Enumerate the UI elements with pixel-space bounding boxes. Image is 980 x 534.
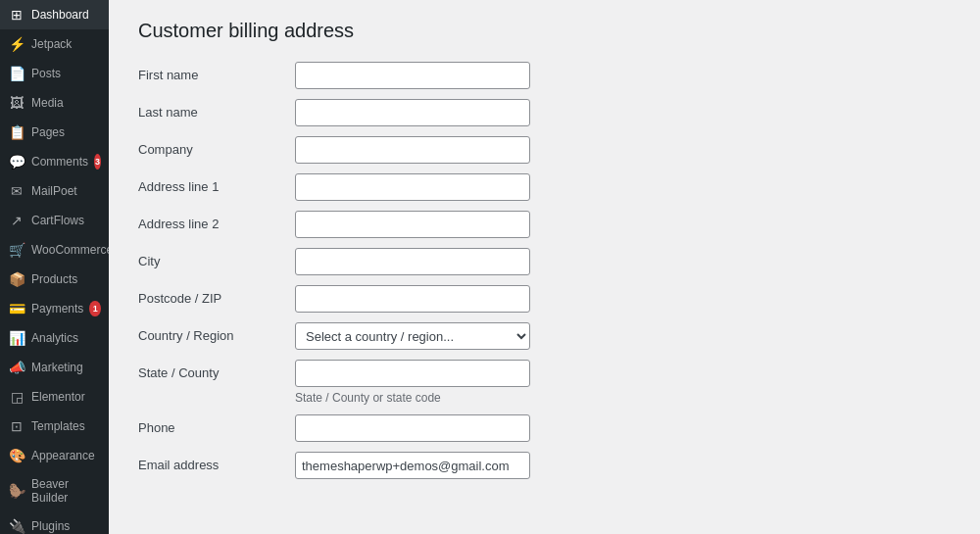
sidebar-item-label: Jetpack: [31, 37, 101, 51]
cartflows-icon: ↗: [8, 213, 25, 228]
form-row-address2: Address line 2: [138, 211, 951, 238]
sidebar-item-appearance[interactable]: 🎨Appearance: [0, 441, 109, 470]
phone-input[interactable]: [295, 414, 530, 442]
sidebar-item-elementor[interactable]: ◲Elementor: [0, 382, 109, 412]
first-name-field-container: [295, 62, 951, 89]
first-name-label: First name: [138, 62, 295, 82]
sidebar-item-label: CartFlows: [31, 214, 101, 227]
templates-icon: ⊡: [8, 418, 25, 434]
city-input[interactable]: [295, 248, 530, 275]
jetpack-icon: ⚡: [8, 36, 25, 52]
sidebar-item-label: WooCommerce: [31, 243, 109, 257]
sidebar-item-label: Dashboard: [31, 8, 101, 22]
sidebar-item-dashboard[interactable]: ⊞Dashboard: [0, 0, 109, 29]
country-label: Country / Region: [138, 322, 295, 343]
email-field-container: [295, 452, 951, 479]
mailpoet-icon: ✉: [8, 183, 25, 199]
sidebar-item-jetpack[interactable]: ⚡Jetpack: [0, 29, 109, 59]
sidebar-item-templates[interactable]: ⊡Templates: [0, 412, 109, 441]
sidebar-item-marketing[interactable]: 📣Marketing: [0, 353, 109, 382]
sidebar-item-label: Analytics: [31, 331, 101, 345]
sidebar-item-label: Media: [31, 96, 101, 110]
email-label: Email address: [138, 452, 295, 472]
sidebar-item-plugins[interactable]: 🔌Plugins: [0, 511, 109, 534]
sidebar-item-cartflows[interactable]: ↗CartFlows: [0, 206, 109, 235]
dashboard-icon: ⊞: [8, 7, 25, 23]
page-title: Customer billing address: [138, 20, 951, 42]
payments-icon: 💳: [8, 301, 25, 316]
sidebar-item-products[interactable]: 📦Products: [0, 265, 109, 294]
analytics-icon: 📊: [8, 330, 25, 346]
email-input[interactable]: [295, 452, 530, 479]
form-row-postcode: Postcode / ZIP: [138, 285, 951, 313]
plugins-icon: 🔌: [8, 518, 25, 534]
sidebar-item-beaver[interactable]: 🦫Beaver Builder: [0, 470, 109, 511]
company-input[interactable]: [295, 136, 530, 164]
sidebar-item-label: Marketing: [31, 361, 101, 374]
elementor-icon: ◲: [8, 389, 25, 405]
payments-badge: 1: [89, 301, 101, 316]
address2-input[interactable]: [295, 211, 530, 238]
sidebar-item-pages[interactable]: 📋Pages: [0, 118, 109, 147]
postcode-input[interactable]: [295, 285, 530, 313]
beaver-icon: 🦫: [8, 483, 25, 499]
form-row-country: Country / RegionSelect a country / regio…: [138, 322, 951, 350]
billing-form: First nameLast nameCompanyAddress line 1…: [138, 62, 951, 479]
sidebar-item-comments[interactable]: 💬Comments3: [0, 147, 109, 176]
products-icon: 📦: [8, 271, 25, 287]
marketing-icon: 📣: [8, 360, 25, 375]
form-row-company: Company: [138, 136, 951, 164]
last-name-field-container: [295, 99, 951, 126]
form-row-address1: Address line 1: [138, 173, 951, 201]
address1-field-container: [295, 173, 951, 201]
postcode-field-container: [295, 285, 951, 313]
company-label: Company: [138, 136, 295, 157]
sidebar-item-label: Templates: [31, 419, 101, 433]
state-hint: State / County or state code: [295, 391, 951, 405]
state-field-container: State / County or state code: [295, 360, 951, 405]
country-field-container: Select a country / region...: [295, 322, 951, 350]
form-row-last-name: Last name: [138, 99, 951, 126]
phone-field-container: [295, 414, 951, 442]
phone-label: Phone: [138, 414, 295, 435]
sidebar-item-payments[interactable]: 💳Payments1: [0, 294, 109, 323]
last-name-input[interactable]: [295, 99, 530, 126]
country-select[interactable]: Select a country / region...: [295, 322, 530, 350]
form-row-city: City: [138, 248, 951, 275]
comments-badge: 3: [94, 154, 101, 170]
form-row-state: State / CountyState / County or state co…: [138, 360, 951, 405]
form-row-phone: Phone: [138, 414, 951, 442]
pages-icon: 📋: [8, 124, 25, 140]
appearance-icon: 🎨: [8, 448, 25, 463]
sidebar-item-label: Pages: [31, 125, 101, 139]
sidebar-item-label: MailPoet: [31, 184, 101, 198]
city-label: City: [138, 248, 295, 268]
sidebar-item-media[interactable]: 🖼Media: [0, 88, 109, 118]
posts-icon: 📄: [8, 66, 25, 81]
form-row-email: Email address: [138, 452, 951, 479]
sidebar-item-analytics[interactable]: 📊Analytics: [0, 323, 109, 353]
address1-input[interactable]: [295, 173, 530, 201]
sidebar-item-label: Appearance: [31, 449, 101, 462]
main-content: Customer billing address First nameLast …: [109, 0, 980, 534]
address2-field-container: [295, 211, 951, 238]
city-field-container: [295, 248, 951, 275]
sidebar-item-label: Elementor: [31, 390, 101, 404]
company-field-container: [295, 136, 951, 164]
sidebar-item-woocommerce[interactable]: 🛒WooCommerce: [0, 235, 109, 265]
state-input[interactable]: [295, 360, 530, 387]
sidebar-item-label: Posts: [31, 67, 101, 80]
woocommerce-icon: 🛒: [8, 242, 25, 258]
sidebar-item-mailpoet[interactable]: ✉MailPoet: [0, 176, 109, 206]
sidebar: ⊞Dashboard⚡Jetpack📄Posts🖼Media📋Pages💬Com…: [0, 0, 109, 534]
form-row-first-name: First name: [138, 62, 951, 89]
state-label: State / County: [138, 360, 295, 380]
sidebar-item-label: Payments: [31, 302, 83, 316]
postcode-label: Postcode / ZIP: [138, 285, 295, 306]
sidebar-item-posts[interactable]: 📄Posts: [0, 59, 109, 88]
media-icon: 🖼: [8, 95, 25, 111]
sidebar-item-label: Comments: [31, 155, 88, 169]
address2-label: Address line 2: [138, 211, 295, 231]
comments-icon: 💬: [8, 154, 25, 170]
first-name-input[interactable]: [295, 62, 530, 89]
